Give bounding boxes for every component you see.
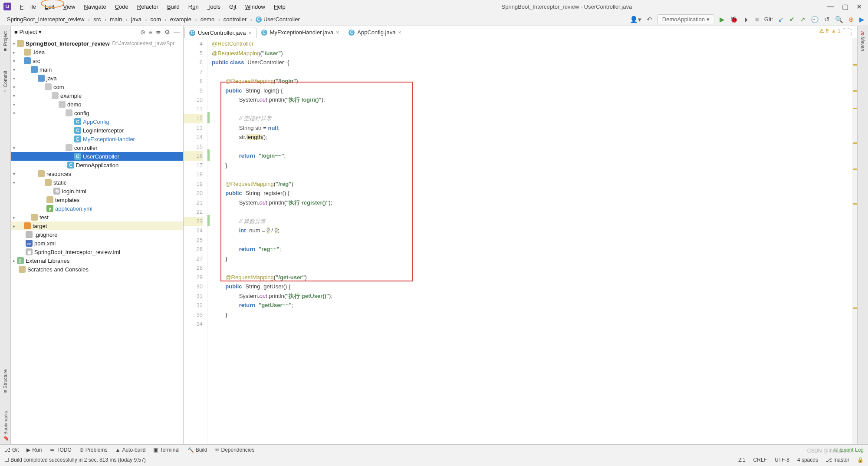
chevron-down-icon[interactable]: ˇ [848, 28, 849, 34]
expand-all-icon[interactable]: ≡ [149, 29, 152, 36]
tree-item[interactable]: CAppConfig [11, 117, 183, 126]
tree-item[interactable]: ▾controller [11, 143, 183, 152]
maximize-icon[interactable]: ▢ [842, 3, 848, 11]
tool-git[interactable]: ⎇ Git [4, 447, 19, 453]
tree-item[interactable]: ◦.gitignore [11, 230, 183, 239]
menu-run[interactable]: Run [185, 2, 202, 12]
tool-problems[interactable]: ⊘ Problems [79, 447, 108, 453]
crumb-src[interactable]: src [90, 15, 104, 24]
tree-item[interactable]: ▦SpringBoot_Interceptor_review.iml [11, 248, 183, 256]
run-config-dropdown[interactable]: DemoApplication ▾ [658, 14, 714, 24]
close-tab-icon[interactable]: × [336, 30, 339, 36]
crumb-example[interactable]: example [167, 15, 195, 24]
tree-item[interactable]: CDemoApplication [11, 161, 183, 169]
tool-project[interactable]: ■ Project [3, 29, 8, 55]
crumb-file[interactable]: CUserController [252, 15, 303, 24]
tool-structure[interactable]: ≡ Structure [3, 367, 8, 395]
tab-exceptionhandler[interactable]: CMyExceptionHandler.java× [256, 26, 344, 38]
stop-icon[interactable]: ■ [755, 16, 759, 23]
search-icon[interactable]: 🔍 [835, 16, 843, 23]
back-icon[interactable]: ↶ [647, 16, 652, 23]
menu-help[interactable]: Help [270, 2, 289, 12]
git-commit-icon[interactable]: ✔ [789, 16, 795, 23]
coverage-icon[interactable]: ⏵ [743, 16, 750, 23]
tree-item[interactable]: CLoginInterceptor [11, 126, 183, 135]
menu-navigate[interactable]: Navigate [80, 2, 109, 12]
tree-item[interactable]: ▾main [11, 65, 183, 74]
indent[interactable]: 4 spaces [797, 457, 818, 463]
tool-terminal[interactable]: ▣ Terminal [153, 447, 179, 453]
tree-item[interactable]: templates [11, 195, 183, 204]
tree-item[interactable]: ▾example [11, 91, 183, 100]
tree-item[interactable]: CMyExceptionHandler [11, 135, 183, 143]
tree-item[interactable]: ▾static [11, 178, 183, 187]
tree-root[interactable]: ▾SpringBoot_Interceptor_reviewD:\Java\co… [11, 39, 183, 48]
tool-autobuild[interactable]: ▲ Auto-build [115, 447, 146, 453]
git-update-icon[interactable]: ↙ [778, 16, 784, 23]
crumb-main[interactable]: main [106, 15, 125, 24]
line-ending[interactable]: CRLF [753, 457, 767, 463]
menu-refactor[interactable]: Refactor [134, 2, 162, 12]
close-icon[interactable]: ✕ [856, 3, 862, 11]
menu-tools[interactable]: Tools [204, 2, 224, 12]
collapse-all-icon[interactable]: ≣ [156, 29, 161, 36]
tool-bookmarks[interactable]: 🔖 Bookmarks [3, 408, 8, 444]
avatar-icon[interactable]: ▶ [859, 16, 865, 23]
revert-icon[interactable]: ↺ [824, 16, 830, 23]
chevron-up-icon[interactable]: ˆ [843, 28, 845, 34]
tree-item[interactable]: ▾com [11, 83, 183, 91]
inspection-badges[interactable]: ⚠ 9 ▲ 1 ˆ ˇ [819, 28, 849, 34]
crumb-project[interactable]: SpringBoot_Interceptor_review [3, 15, 88, 24]
menu-git[interactable]: Git [226, 2, 240, 12]
locate-icon[interactable]: ⊚ [140, 29, 145, 36]
tree-item[interactable]: Scratches and Consoles [11, 265, 183, 274]
crumb-demo[interactable]: demo [197, 15, 218, 24]
menu-code[interactable]: Code [112, 2, 132, 12]
tab-appconfig[interactable]: CAppConfig.java× [344, 26, 406, 38]
close-tab-icon[interactable]: × [249, 30, 252, 36]
tree-item[interactable]: ▸||External Libraries [11, 256, 183, 265]
tool-run[interactable]: ▶ Run [26, 447, 42, 453]
menu-window[interactable]: Window [242, 2, 269, 12]
tree-item[interactable]: ▾demo [11, 100, 183, 109]
editor-body[interactable]: 45678 910111213 1415161718 1920212223 24… [184, 38, 857, 444]
tree-item[interactable]: yapplication.yml [11, 204, 183, 213]
tree-item[interactable]: mpom.xml [11, 239, 183, 248]
tool-todo[interactable]: ≔ TODO [49, 447, 71, 453]
git-push-icon[interactable]: ↗ [800, 16, 806, 23]
minimize-icon[interactable]: ― [827, 3, 834, 11]
crumb-com[interactable]: com [147, 15, 165, 24]
caret-pos[interactable]: 2:1 [738, 457, 746, 463]
tree-item[interactable]: ▾java [11, 74, 183, 83]
tool-deps[interactable]: ≋ Dependencies [215, 447, 254, 453]
lock-icon[interactable]: 🔒 [857, 457, 864, 463]
user-icon[interactable]: 👤▾ [630, 16, 641, 23]
tool-commit[interactable]: ○ Commit [3, 68, 8, 96]
ide-settings-icon[interactable]: ⊕ [848, 16, 854, 23]
settings-gear-icon[interactable]: ⚙ [164, 29, 170, 36]
error-stripe[interactable] [852, 38, 857, 444]
project-view-selector[interactable]: ■ Project ▾ [14, 29, 42, 35]
tree-item[interactable]: ▾resources [11, 169, 183, 178]
project-tree[interactable]: ▾SpringBoot_Interceptor_reviewD:\Java\co… [11, 38, 183, 444]
close-tab-icon[interactable]: × [398, 30, 401, 36]
menu-build[interactable]: Build [164, 2, 183, 12]
tree-item-selected[interactable]: CUserController [11, 152, 183, 161]
code-text[interactable]: @RestController @RequestMapping("/user")… [207, 38, 857, 320]
menu-file[interactable]: File [16, 2, 39, 12]
tree-item[interactable]: ▸target [11, 221, 183, 230]
hide-icon[interactable]: — [174, 29, 180, 36]
tree-item[interactable]: ▸test [11, 213, 183, 221]
run-icon[interactable]: ▶ [720, 16, 725, 23]
tab-usercontroller[interactable]: CUserController.java× [184, 27, 256, 38]
crumb-controller[interactable]: controller [220, 15, 250, 24]
tree-item[interactable]: ⧉login.html [11, 187, 183, 195]
crumb-java[interactable]: java [128, 15, 145, 24]
git-branch[interactable]: ⎇ master [826, 457, 849, 463]
tree-item[interactable]: ▸.idea [11, 48, 183, 56]
debug-icon[interactable]: 🐞 [730, 16, 738, 23]
tool-build[interactable]: 🔨 Build [187, 447, 207, 453]
tree-item[interactable]: ▾src [11, 56, 183, 65]
tree-item[interactable]: ▾config [11, 109, 183, 117]
tool-maven[interactable]: m Maven [860, 29, 865, 54]
